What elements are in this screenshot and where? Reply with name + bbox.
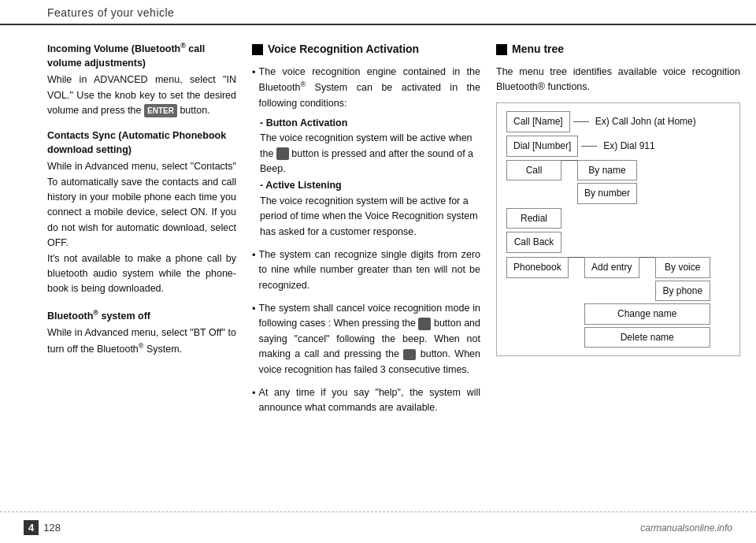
content-area: Incoming Volume (Bluetooth® call volume …	[0, 25, 756, 497]
tree-box-by-name: By name	[577, 160, 637, 181]
tree-phonebook-add-entry: Add entry By voice By phone	[584, 257, 710, 301]
tree-phonebook-sub: Add entry By voice By phone Change name …	[584, 257, 710, 348]
section-body-incoming-volume: While in ADVANCED menu, select "IN VOL."…	[47, 73, 236, 118]
tree-box-by-number: By number	[577, 183, 637, 204]
section-title-bt-system-off: Bluetooth® system off	[47, 308, 236, 324]
mid-section-title: Voice Recognition Activation	[268, 41, 419, 58]
right-section-title: Menu tree	[512, 41, 564, 58]
mid-column: Voice Recognition Activation • The voice…	[252, 41, 480, 489]
bullet-text-4: At any time if you say "help", the syste…	[259, 385, 480, 416]
sub-item-title-button: - Button Activation	[260, 117, 347, 128]
tree-call-connector	[561, 160, 577, 161]
tree-line-5	[639, 257, 655, 258]
tree-row-phonebook: Phonebook Add entry By voice By phone	[506, 257, 730, 348]
phone-icon	[403, 349, 416, 360]
bullet-dot-3: •	[252, 301, 256, 377]
tree-phonebook-connector	[569, 257, 584, 258]
bullet-item-2: • The system can recognize single digits…	[252, 247, 480, 293]
bullet-text-3: The system shall cancel voice recognitio…	[259, 301, 480, 377]
footer-chapter-number: 4	[24, 520, 39, 535]
tree-row-call-back: Call Back	[506, 232, 730, 253]
section-body-bt-system-off: While in Advanced menu, select "BT Off" …	[47, 325, 236, 357]
bullet-2: • The system can recognize single digits…	[252, 247, 480, 293]
section-contacts-sync: Contacts Sync (Automatic Phonebook downl…	[47, 129, 236, 296]
bullet-text-2: The system can recognize single digits f…	[259, 247, 480, 293]
sub-item-title-listening: - Active Listening	[260, 180, 342, 191]
footer-left: 4 128	[24, 520, 61, 535]
mic-icon	[276, 147, 289, 160]
sub-item-active-listening: - Active Listening The voice recognition…	[252, 178, 480, 240]
tree-row-call-name: Call [Name] Ex) Call John (at Home)	[506, 111, 730, 132]
bullet-dot-1: •	[252, 65, 256, 111]
enter-key: ENTER	[144, 104, 177, 118]
bullet-item-4: • At any time if you say "help", the sys…	[252, 385, 480, 416]
header-title: Features of your vehicle	[47, 6, 174, 19]
bullet-3: • The system shall cancel voice recognit…	[252, 301, 480, 377]
section-incoming-volume: Incoming Volume (Bluetooth® call volume …	[47, 41, 236, 118]
black-square-icon	[252, 44, 263, 55]
tree-box-call-back: Call Back	[506, 232, 561, 253]
tree-box-redial: Redial	[506, 208, 561, 229]
tree-row-dial-number: Dial [Number] Ex) Dial 911	[506, 136, 730, 157]
menu-tree-diagram: Call [Name] Ex) Call John (at Home) Dial…	[496, 102, 740, 356]
mid-section-header: Voice Recognition Activation	[252, 41, 480, 58]
bullet-text-1: The voice recognition engine contained i…	[259, 65, 480, 111]
bullet-1: • The voice recognition engine contained…	[252, 65, 480, 240]
section-title-contacts-sync: Contacts Sync (Automatic Phonebook downl…	[47, 129, 236, 157]
left-column: Incoming Volume (Bluetooth® call volume …	[47, 41, 236, 489]
tree-box-add-entry: Add entry	[584, 257, 639, 278]
section-bt-system-off: Bluetooth® system off While in Advanced …	[47, 308, 236, 358]
section-body-contacts-sync: While in Advanced menu, select "Contacts…	[47, 159, 236, 296]
black-square-icon-right	[496, 44, 507, 55]
bullet-item-3: • The system shall cancel voice recognit…	[252, 301, 480, 377]
tree-box-delete-name: Delete name	[584, 327, 710, 348]
bullet-dot-4: •	[252, 385, 256, 416]
tree-line-2	[581, 146, 597, 147]
tree-box-call-name: Call [Name]	[506, 111, 570, 132]
tree-box-change-name: Change name	[584, 303, 710, 325]
tree-row-redial: Redial	[506, 208, 730, 229]
tree-row-call: Call By name By number	[506, 160, 730, 204]
right-column: Menu tree The menu tree identifies avail…	[496, 41, 740, 489]
page-container: Features of your vehicle Incoming Volume…	[0, 0, 756, 543]
section-title-incoming-volume: Incoming Volume (Bluetooth® call volume …	[47, 41, 236, 70]
tree-box-phonebook: Phonebook	[506, 257, 569, 278]
tree-box-call: Call	[506, 160, 561, 181]
footer-page-number: 128	[43, 522, 61, 534]
tree-box-dial-number: Dial [Number]	[506, 136, 578, 157]
tree-box-by-phone: By phone	[655, 281, 710, 302]
tree-text-dial-number: Ex) Dial 911	[603, 139, 654, 154]
mic-icon-2	[418, 318, 431, 330]
tree-text-call-name: Ex) Call John (at Home)	[595, 114, 696, 129]
footer: 4 128 carmanualsonline.info	[0, 511, 756, 543]
sub-item-body-button: The voice recognition system will be act…	[260, 132, 473, 174]
tree-call-sub: By name By number	[577, 160, 637, 204]
bullet-dot-2: •	[252, 247, 256, 293]
sub-item-body-listening: The voice recognition system will be act…	[260, 195, 478, 237]
tree-line-3	[561, 160, 577, 161]
tree-add-entry-sub: By voice By phone	[655, 257, 710, 301]
footer-watermark: carmanualsonline.info	[640, 523, 732, 534]
header-bar: Features of your vehicle	[0, 0, 756, 25]
sub-item-button-activation: - Button Activation The voice recognitio…	[252, 116, 480, 177]
bullet-4: • At any time if you say "help", the sys…	[252, 385, 480, 416]
bullet-item-1: • The voice recognition engine contained…	[252, 65, 480, 111]
tree-line-1	[573, 121, 589, 122]
tree-box-by-voice: By voice	[655, 257, 710, 278]
right-section-header: Menu tree	[496, 41, 740, 58]
right-intro-text: The menu tree identifies available voice…	[496, 65, 740, 95]
tree-line-4	[569, 257, 584, 258]
